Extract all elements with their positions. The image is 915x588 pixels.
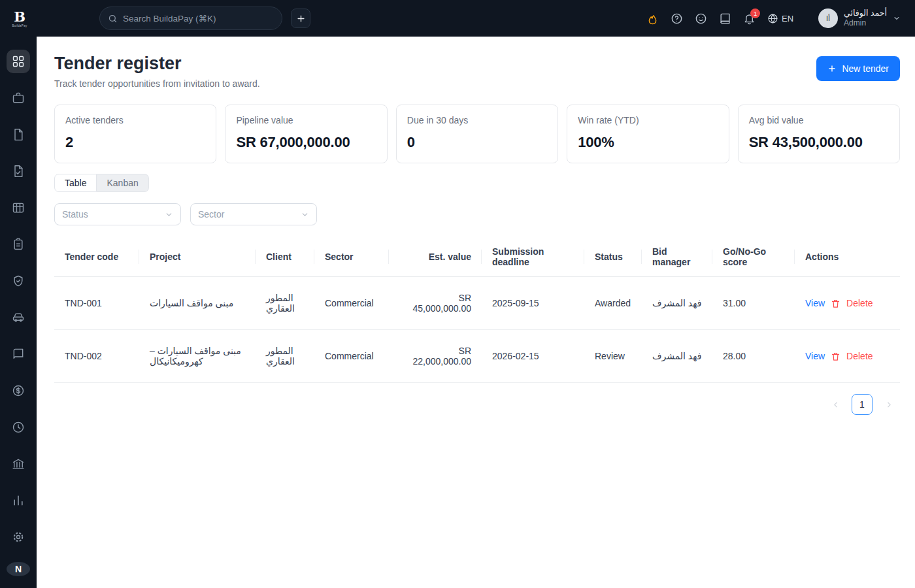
gear-icon xyxy=(12,531,25,544)
tab-kanban[interactable]: Kanban xyxy=(97,174,148,192)
stat-avg-bid-value: Avg bid value SR 43,500,000.00 xyxy=(738,105,900,163)
cell-status: Awarded xyxy=(584,277,642,330)
sidebar-item-finance[interactable] xyxy=(7,379,30,402)
docs-icon[interactable] xyxy=(719,12,731,25)
notification-badge: 1 xyxy=(750,8,760,18)
cell-status: Review xyxy=(584,330,642,383)
page-subtitle: Track tender opportunities from invitati… xyxy=(54,78,260,89)
stat-win-rate: Win rate (YTD) 100% xyxy=(567,105,729,163)
col-submission-deadline: Submission deadline xyxy=(482,237,584,277)
file-icon xyxy=(12,128,25,141)
trash-icon[interactable] xyxy=(831,299,840,308)
sector-filter[interactable]: Sector xyxy=(190,203,317,225)
view-link[interactable]: View xyxy=(805,351,825,361)
col-bid-manager: Bid manager xyxy=(642,237,712,277)
cell-est-value: SR 45,000,000.00 xyxy=(389,277,482,330)
sidebar-item-tenders[interactable] xyxy=(7,196,30,220)
globe-icon xyxy=(767,13,778,24)
whats-new-icon[interactable] xyxy=(646,12,659,25)
user-name: أحمد الوفائي xyxy=(844,8,887,19)
sidebar-item-fleet[interactable] xyxy=(7,306,30,329)
col-est-value: Est. value xyxy=(389,237,482,277)
status-filter[interactable]: Status xyxy=(54,203,181,225)
filters: Status Sector xyxy=(54,203,900,225)
chevron-down-icon xyxy=(301,210,309,219)
sidebar-item-reports-list[interactable] xyxy=(7,233,30,256)
sidebar-item-settings[interactable] xyxy=(7,525,30,549)
col-project: Project xyxy=(139,237,256,277)
tab-table[interactable]: Table xyxy=(54,174,97,192)
cell-project: مبنى مواقف السيارات – كهروميكانيكال xyxy=(139,330,256,383)
feedback-icon[interactable] xyxy=(695,12,707,25)
cell-score: 31.00 xyxy=(712,277,795,330)
clock-icon xyxy=(12,421,25,434)
sidebar-item-reports[interactable] xyxy=(7,489,30,512)
bar-chart-icon xyxy=(12,494,25,507)
view-tabs: Table Kanban xyxy=(54,174,149,192)
pagination: 1 xyxy=(54,383,900,431)
topbar: B BuildaPay 1 EN أا أحمد الوفائي Admin xyxy=(0,0,915,37)
car-icon xyxy=(12,311,25,324)
cell-tender-code: TND-002 xyxy=(54,330,139,383)
help-icon[interactable] xyxy=(671,12,683,25)
new-tender-button[interactable]: New tender xyxy=(816,56,900,81)
col-go-no-go-score: Go/No-Go score xyxy=(712,237,795,277)
sidebar-item-banking[interactable] xyxy=(7,452,30,476)
tender-table: Tender code Project Client Sector Est. v… xyxy=(54,237,900,383)
table-header-row: Tender code Project Client Sector Est. v… xyxy=(54,237,900,277)
prev-page-button[interactable] xyxy=(825,395,845,414)
language-selector[interactable]: EN xyxy=(767,13,793,24)
table-row: TND-002 مبنى مواقف السيارات – كهروميكاني… xyxy=(54,330,900,383)
stat-cards: Active tenders 2 Pipeline value SR 67,00… xyxy=(54,105,900,163)
cell-client: المطور العقاري xyxy=(256,277,314,330)
user-menu[interactable]: أا أحمد الوفائي Admin xyxy=(818,8,901,29)
sidebar-item-dashboard[interactable] xyxy=(7,50,30,73)
sidebar-item-documents[interactable] xyxy=(7,123,30,146)
view-link[interactable]: View xyxy=(805,298,825,308)
quick-add-button[interactable] xyxy=(291,8,310,28)
col-actions: Actions xyxy=(795,237,900,277)
stat-pipeline-value: Pipeline value SR 67,000,000.00 xyxy=(225,105,387,163)
delete-link[interactable]: Delete xyxy=(846,298,873,308)
book-icon xyxy=(12,348,25,361)
table-row: TND-001 مبنى مواقف السيارات المطور العقا… xyxy=(54,277,900,330)
sidebar-item-timesheets[interactable] xyxy=(7,416,30,439)
cell-sector: Commercial xyxy=(314,277,389,330)
plus-icon xyxy=(827,64,837,73)
sidebar-item-quality[interactable] xyxy=(7,269,30,293)
next-page-button[interactable] xyxy=(879,395,899,414)
sidebar: N xyxy=(0,37,37,588)
cell-score: 28.00 xyxy=(712,330,795,383)
search-input[interactable] xyxy=(123,14,274,24)
global-search[interactable] xyxy=(99,7,282,30)
stat-due-30-days: Due in 30 days 0 xyxy=(396,105,558,163)
delete-link[interactable]: Delete xyxy=(846,351,873,361)
briefcase-icon xyxy=(12,91,25,105)
cell-tender-code: TND-001 xyxy=(54,277,139,330)
file-signature-icon xyxy=(12,165,25,178)
sidebar-item-contracts[interactable] xyxy=(7,159,30,183)
logo-letter: B xyxy=(14,10,25,24)
cell-bid-manager: فهد المشرف xyxy=(642,330,712,383)
page-number[interactable]: 1 xyxy=(852,394,873,415)
col-tender-code: Tender code xyxy=(54,237,139,277)
buildapay-logo[interactable]: B BuildaPay xyxy=(0,10,39,27)
stat-active-tenders: Active tenders 2 xyxy=(54,105,216,163)
dollar-icon xyxy=(12,384,25,397)
sidebar-item-ledger[interactable] xyxy=(7,342,30,366)
notifications-button[interactable]: 1 xyxy=(743,12,756,25)
cell-sector: Commercial xyxy=(314,330,389,383)
clipboard-icon xyxy=(12,238,25,251)
user-role: Admin xyxy=(844,18,887,28)
col-client: Client xyxy=(256,237,314,277)
dashboard-icon xyxy=(12,55,25,68)
plus-icon xyxy=(296,14,306,24)
chevron-down-icon xyxy=(165,210,173,219)
trash-icon[interactable] xyxy=(831,351,840,361)
chevron-left-icon xyxy=(831,400,840,409)
sidebar-user-avatar[interactable]: N xyxy=(7,562,30,576)
cell-client: المطور العقاري xyxy=(256,330,314,383)
sidebar-item-projects[interactable] xyxy=(7,86,30,110)
main-content: Tender register Track tender opportuniti… xyxy=(37,37,915,588)
table-icon xyxy=(12,201,25,214)
